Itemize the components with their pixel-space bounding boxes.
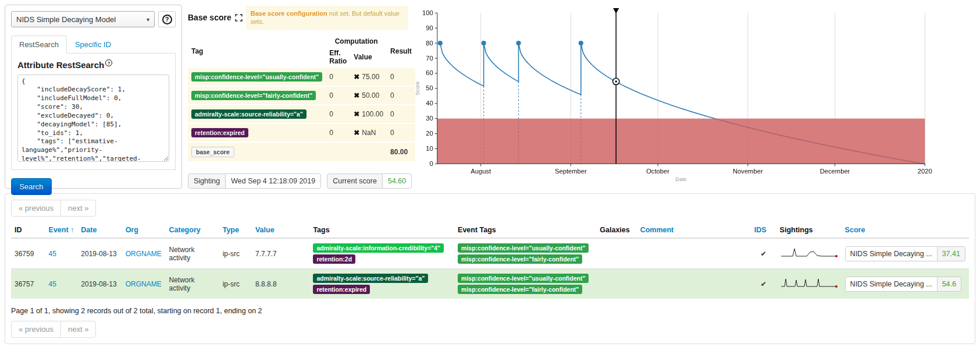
svg-text:80: 80: [426, 40, 433, 47]
current-score-group: Current score 54.60: [327, 174, 412, 189]
tab-restsearch[interactable]: RestSearch: [11, 36, 67, 54]
svg-text:0: 0: [429, 160, 433, 167]
cell-comment: [637, 238, 751, 269]
sightings-sparkline: [780, 246, 838, 259]
column-header-result: Result: [387, 36, 415, 68]
th-category[interactable]: Category: [166, 222, 219, 238]
org-link[interactable]: ORGNAME: [126, 250, 162, 258]
decay-chart[interactable]: 0102030405060708090100AugustSeptemberOct…: [414, 5, 975, 189]
sighting-value: Wed Sep 4 12:18:09 2019: [225, 174, 321, 189]
cell-comment: [637, 269, 751, 299]
base-score-total-row: base_score 80.00: [188, 142, 415, 161]
th-type[interactable]: Type: [219, 222, 252, 238]
sighting-label: Sighting: [188, 174, 226, 189]
event-link[interactable]: 45: [49, 250, 56, 258]
select-caret-icon: ▾: [147, 16, 149, 23]
pagination-bottom: « previous next »: [11, 321, 96, 338]
multiply-icon: ✖: [354, 110, 359, 118]
svg-text:Date: Date: [675, 176, 686, 182]
column-header-value: Value: [350, 47, 387, 68]
score-value: 54.6: [937, 277, 961, 292]
eff-ratio-value: 0: [326, 105, 350, 123]
model-help-button[interactable]: ?: [158, 11, 176, 27]
th-galaxies: Galaxies: [596, 222, 636, 238]
svg-text:2020: 2020: [918, 168, 932, 175]
model-panel: NIDS Simple Decaying Model ▾ ? RestSearc…: [5, 5, 182, 189]
th-score[interactable]: Score: [842, 222, 969, 238]
tab-specific-id[interactable]: Specific ID: [67, 36, 119, 54]
base-score-header: Base score Base score configuration not …: [188, 6, 408, 30]
restsearch-tab-content: Attribute RestSearch? { "includeDecaySco…: [11, 53, 176, 170]
cell-value: 8.8.8.8: [252, 269, 309, 299]
base-score-table: Tag Computation Result Eff. Ratio Value …: [188, 36, 415, 161]
result-value: 0: [387, 86, 415, 105]
score-model-label: NIDS Simple Decaying ...: [845, 246, 938, 261]
restsearch-help-icon[interactable]: ?: [105, 59, 112, 66]
svg-text:30: 30: [426, 115, 433, 122]
event-link[interactable]: 45: [49, 280, 56, 288]
base-score-row: misp:confidence-level="usually-confident…: [188, 68, 415, 86]
fullscreen-icon[interactable]: [235, 14, 243, 22]
cell-type: ip-src: [219, 238, 252, 269]
base-score-row: admiralty-scale:source-reliability="a" 0…: [188, 105, 415, 123]
cell-date: 2019-08-13: [77, 238, 122, 269]
cell-galaxies: [596, 269, 636, 299]
multiply-icon: ✖: [354, 73, 359, 81]
th-tags: Tags: [309, 222, 454, 238]
pagination-next[interactable]: next »: [60, 200, 96, 217]
current-score-label: Current score: [327, 174, 383, 189]
base-score-warning: Base score configuration not set. But de…: [246, 6, 408, 30]
th-date[interactable]: Date: [77, 222, 122, 238]
svg-text:40: 40: [426, 100, 433, 107]
svg-text:20: 20: [426, 130, 433, 137]
search-button[interactable]: Search: [11, 178, 52, 195]
question-icon: ?: [162, 15, 172, 24]
cell-value: 7.7.7.7: [252, 238, 309, 269]
th-comment[interactable]: Comment: [637, 222, 751, 238]
org-link[interactable]: ORGNAME: [126, 280, 162, 288]
model-select-row: NIDS Simple Decaying Model ▾ ?: [11, 11, 176, 27]
cell-date: 2019-08-13: [77, 269, 122, 299]
score-model-label: NIDS Simple Decaying ...: [845, 277, 938, 292]
base-score-title: Base score: [188, 13, 231, 22]
tag-badge: misp:confidence-level="usually-confident…: [191, 72, 322, 82]
event-tag-badge: misp:confidence-level="usually-confident…: [458, 274, 589, 283]
sighting-group: Sighting Wed Sep 4 12:18:09 2019: [188, 174, 321, 189]
th-org[interactable]: Org: [122, 222, 166, 238]
th-value[interactable]: Value: [252, 222, 309, 238]
tag-badge: retention:expired: [191, 128, 248, 137]
eff-ratio-value: 0: [326, 68, 350, 86]
results-footer: Page 1 of 1, showing 2 records out of 2 …: [11, 307, 969, 315]
attribute-row-selected[interactable]: 36757 45 2019-08-13 ORGNAME Network acti…: [11, 269, 969, 299]
cell-type: ip-src: [219, 269, 252, 299]
base-score-total: 80.00: [387, 142, 415, 161]
multiply-icon: ✖: [354, 91, 359, 100]
th-event[interactable]: Event ↑: [45, 222, 78, 238]
restsearch-query-textarea[interactable]: { "includeDecayScore": 1, "includeFullMo…: [17, 75, 169, 162]
svg-text:90: 90: [426, 24, 433, 31]
pagination-prev[interactable]: « previous: [11, 321, 61, 338]
computation-value: 50.00: [362, 91, 379, 100]
sightings-sparkline: [780, 277, 838, 289]
svg-text:70: 70: [426, 55, 433, 62]
model-select[interactable]: NIDS Simple Decaying Model ▾: [11, 11, 155, 27]
cell-category: Network activity: [166, 269, 219, 299]
svg-text:60: 60: [426, 69, 433, 76]
decay-chart-svg[interactable]: 0102030405060708090100AugustSeptemberOct…: [414, 5, 936, 183]
top-section: NIDS Simple Decaying Model ▾ ? RestSearc…: [0, 0, 980, 193]
result-value: 0: [387, 105, 415, 123]
th-id: ID: [11, 222, 45, 238]
pagination-prev[interactable]: « previous: [11, 200, 61, 217]
cell-id: 36757: [11, 269, 45, 299]
ids-check-icon: ✔: [751, 269, 776, 299]
tag-badge: retention:2d: [313, 254, 355, 264]
tag-badge: misp:confidence-level="fairly-confident": [191, 91, 316, 100]
th-ids[interactable]: IDS: [751, 222, 776, 238]
pagination-next[interactable]: next »: [60, 321, 96, 338]
cell-galaxies: [596, 238, 636, 269]
svg-text:Score: Score: [415, 82, 420, 95]
attribute-row[interactable]: 36759 45 2019-08-13 ORGNAME Network acti…: [11, 238, 969, 269]
multiply-icon: ✖: [354, 129, 359, 137]
svg-text:December: December: [820, 168, 850, 175]
column-header-tag: Tag: [188, 36, 326, 68]
